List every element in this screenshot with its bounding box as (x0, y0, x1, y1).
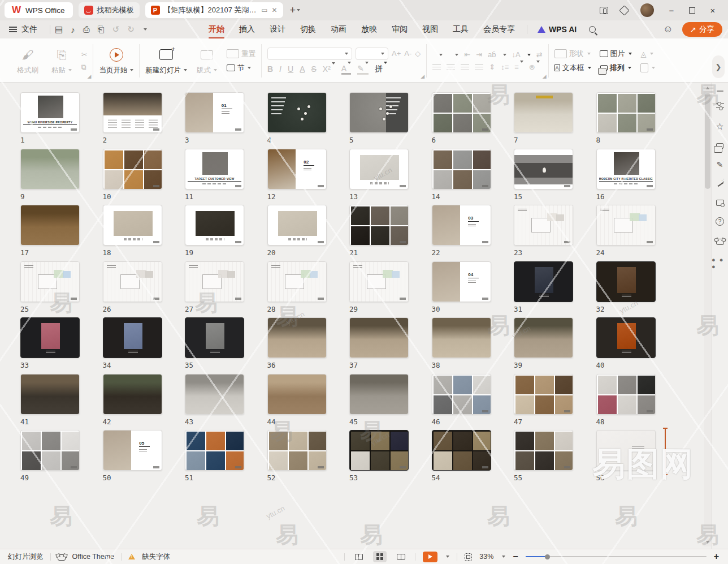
increase-indent-button[interactable]: ⇥ (476, 50, 482, 59)
slide-thumbnail-16[interactable]: MODERN CITY INHERITED CLASSICS (596, 149, 656, 190)
undo-icon[interactable]: ↺ (112, 24, 120, 35)
vertical-scrollbar[interactable] (704, 84, 711, 546)
slide-sorter-canvas[interactable]: WUHU RIVERSIDE PROPERTY1201345678910TARG… (0, 83, 728, 549)
slide-thumbnail-5[interactable] (349, 92, 409, 133)
signature-icon[interactable]: ✎ (717, 160, 723, 169)
new-tab-button[interactable]: + (290, 5, 296, 16)
switch-shapes-icon[interactable] (716, 143, 723, 149)
search-icon[interactable] (589, 26, 596, 33)
scrollbar-thumb[interactable] (705, 93, 710, 189)
slide-thumbnail-55[interactable] (514, 430, 573, 471)
format-painter-button[interactable]: 🖌 格式刷 (14, 47, 42, 75)
slide-thumbnail-36[interactable] (267, 317, 327, 358)
slide-thumbnail-52[interactable] (267, 430, 327, 471)
slide-thumbnail-39[interactable] (514, 317, 573, 358)
section-button[interactable]: 节 (227, 63, 255, 73)
zoom-slider[interactable] (526, 556, 707, 557)
align-objects-button[interactable]: ⊜ (529, 63, 540, 71)
copy-button[interactable]: ⧉ (81, 63, 87, 72)
slide-sorter-view-button[interactable] (373, 551, 387, 562)
underline-button[interactable]: U (288, 64, 293, 74)
home-tab[interactable]: W WPS Office (5, 2, 73, 18)
slide-thumbnail-53[interactable] (349, 430, 409, 471)
slide-thumbnail-56[interactable] (596, 430, 656, 471)
slide-thumbnail-13[interactable] (349, 149, 409, 190)
fill-color-button[interactable]: ◬ (641, 50, 653, 58)
slide-thumbnail-25[interactable] (20, 261, 80, 302)
slide-thumbnail-44[interactable] (267, 374, 327, 415)
slide-thumbnail-14[interactable] (432, 149, 491, 190)
slide-thumbnail-10[interactable] (103, 149, 162, 190)
magic-wand-icon[interactable] (716, 180, 724, 188)
slide-thumbnail-2[interactable] (103, 92, 162, 133)
menu-tab-开始[interactable]: 开始 (201, 21, 232, 37)
menu-tab-工具[interactable]: 工具 (445, 21, 476, 37)
slide-thumbnail-34[interactable] (103, 317, 162, 358)
menu-tab-视图[interactable]: 视图 (415, 21, 445, 37)
slide-thumbnail-54[interactable] (432, 430, 491, 471)
strikethrough-button[interactable]: S (311, 64, 316, 74)
hamburger-icon[interactable] (9, 27, 17, 32)
slide-thumbnail-29[interactable] (349, 261, 409, 302)
properties-icon[interactable] (716, 103, 724, 110)
font-family-select[interactable] (267, 48, 352, 60)
slide-thumbnail-17[interactable] (20, 205, 80, 246)
maximize-button[interactable] (689, 7, 695, 14)
normal-view-button[interactable] (352, 551, 366, 562)
clipboard-launcher-icon[interactable]: ◢ (88, 74, 92, 79)
paste-button[interactable]: ⎘ 粘贴 (47, 47, 76, 75)
slide-thumbnail-19[interactable] (185, 205, 244, 246)
menu-tab-动画[interactable]: 动画 (323, 21, 354, 37)
slide-thumbnail-31[interactable] (514, 261, 573, 302)
redo-icon[interactable]: ↻ (127, 24, 135, 35)
slide-thumbnail-30[interactable]: 04 (432, 261, 491, 302)
slide-thumbnail-35[interactable] (185, 317, 244, 358)
help-icon[interactable]: ? (716, 217, 724, 226)
docer-template-tab[interactable]: ◡ 找稻壳模板 (79, 2, 140, 18)
slide-thumbnail-33[interactable] (20, 317, 80, 358)
slide-thumbnail-7[interactable] (514, 92, 573, 133)
save-icon[interactable]: ▤ (55, 24, 63, 35)
reset-button[interactable]: 重置 (227, 49, 255, 59)
wps-ai-button[interactable]: WPS AI (538, 25, 577, 34)
cast-icon[interactable]: ▭ (261, 6, 267, 14)
scroll-up-icon[interactable] (706, 87, 709, 89)
phonetic-guide-button[interactable]: 拼 (375, 64, 387, 74)
app-store-icon[interactable] (619, 5, 629, 15)
menu-tab-设计[interactable]: 设计 (262, 21, 293, 37)
slide-thumbnail-26[interactable] (103, 261, 162, 302)
close-button[interactable]: × (708, 6, 718, 15)
slide-thumbnail-42[interactable] (103, 374, 162, 415)
outline-button[interactable] (640, 63, 655, 72)
clear-format-icon[interactable]: ◇ (415, 49, 421, 58)
minimize-button[interactable]: − (666, 6, 677, 15)
slide-thumbnail-11[interactable]: TARGET CUSTOMER VIEW (185, 149, 244, 190)
justify-button[interactable] (475, 64, 483, 70)
slide-thumbnail-9[interactable] (20, 149, 80, 190)
slide-thumbnail-27[interactable] (185, 261, 244, 302)
slide-thumbnail-32[interactable] (596, 261, 656, 302)
slide-thumbnail-21[interactable] (349, 205, 409, 246)
collapse-handle-icon[interactable] (717, 91, 723, 92)
font-launcher-icon[interactable]: ◢ (421, 74, 424, 79)
sync-devices-icon[interactable] (600, 7, 608, 14)
line-spacing-button[interactable]: ≡ (514, 63, 523, 71)
play-from-current-button[interactable]: 当页开始 (99, 47, 133, 75)
zoom-level[interactable]: 33% (479, 553, 493, 561)
share-button[interactable]: ↗ 分享 (682, 22, 722, 37)
highlight-color-button[interactable]: ✎ (357, 64, 369, 75)
slide-thumbnail-18[interactable] (103, 205, 162, 246)
zoom-slider-knob[interactable] (545, 554, 550, 559)
theme-label[interactable]: Office Theme (72, 553, 115, 561)
align-left-button[interactable] (432, 64, 441, 70)
tab-close-icon[interactable]: ✕ (271, 6, 277, 14)
quickbar-chevron-icon[interactable] (144, 28, 147, 31)
convert-text-button[interactable]: ⇄ (536, 50, 543, 59)
play-options-chevron-icon[interactable] (446, 556, 449, 558)
italic-button[interactable]: I (279, 64, 281, 74)
shapes-button[interactable]: 形状 (554, 49, 591, 59)
zoom-in-button[interactable]: + (714, 552, 719, 562)
layout-button[interactable]: 版式 (193, 47, 221, 75)
slide-thumbnail-37[interactable] (349, 317, 409, 358)
missing-fonts-label[interactable]: 缺失字体 (142, 552, 170, 562)
